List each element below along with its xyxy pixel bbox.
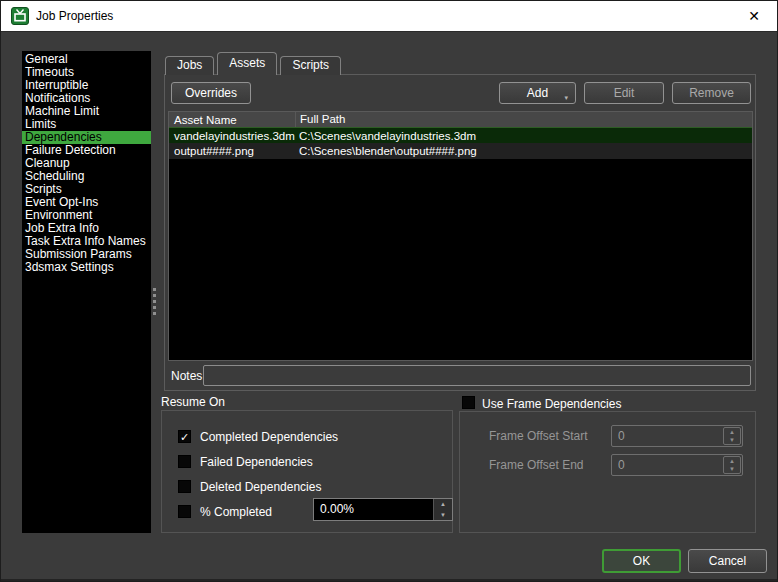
spin-down-icon[interactable]: ▼ [724, 436, 740, 444]
sidebar-item-3dsmax-settings[interactable]: 3dsmax Settings [22, 261, 151, 274]
deadline-logo-icon [11, 7, 29, 25]
overrides-button[interactable]: Overrides [171, 82, 251, 104]
close-button[interactable]: ✕ [731, 1, 777, 31]
spin-up-icon[interactable]: ▲ [724, 457, 740, 465]
percent-completed-spinner[interactable]: 0.00% ▲ ▼ [313, 498, 453, 521]
category-list: GeneralTimeoutsInterruptibleNotification… [22, 51, 151, 533]
completed-dependencies-checkbox[interactable]: ✓ [178, 430, 191, 443]
failed-dependencies-checkbox[interactable] [178, 455, 191, 468]
resume-option-completed-dependencies: ✓Completed Dependencies [178, 424, 452, 449]
frame-offset-end-spinner[interactable]: 0▲▼ [611, 454, 743, 476]
spin-down-icon[interactable]: ▼ [724, 465, 740, 473]
add-button[interactable]: Add ▾ [499, 82, 576, 104]
resume-on-group-title: Resume On [161, 395, 225, 409]
notes-input[interactable] [203, 365, 751, 386]
edit-button[interactable]: Edit [584, 82, 664, 104]
cancel-button[interactable]: Cancel [688, 549, 767, 573]
use-frame-dependencies-checkbox[interactable] [462, 396, 475, 409]
title-bar: Job Properties ✕ [1, 1, 777, 32]
full-path-cell: C:\Scenes\blender\output####.png [295, 145, 752, 157]
use-frame-dependencies-label: Use Frame Dependencies [482, 397, 621, 411]
tab-assets[interactable]: Assets [217, 52, 277, 75]
frame-offset-end-text: Frame Offset End [489, 458, 583, 472]
tab-jobs[interactable]: Jobs [165, 56, 214, 75]
notes-label: Notes [171, 369, 202, 383]
frame-offset-start-value: 0 [612, 426, 722, 446]
frame-offset-start-spin-buttons: ▲▼ [723, 427, 741, 445]
resume-option-failed-dependencies: Failed Dependencies [178, 449, 452, 474]
completed-dependencies-label: Completed Dependencies [200, 430, 338, 444]
window-title: Job Properties [36, 9, 113, 23]
ok-button[interactable]: OK [602, 549, 681, 573]
percent-completed-spin-buttons: ▲ ▼ [433, 499, 452, 520]
asset-name-cell: output####.png [169, 145, 295, 157]
splitter-handle[interactable] [153, 288, 157, 315]
failed-dependencies-label: Failed Dependencies [200, 455, 313, 469]
assets-table-header: Asset Name Full Path [169, 112, 752, 127]
column-header-asset-name[interactable]: Asset Name [169, 114, 295, 126]
frame-offset-start-text: Frame Offset Start [489, 429, 587, 443]
frame-offset-start-spinner[interactable]: 0▲▼ [611, 425, 743, 447]
completed-checkbox[interactable] [178, 505, 191, 518]
spin-up-icon[interactable]: ▲ [434, 499, 452, 510]
spin-down-icon[interactable]: ▼ [434, 510, 452, 521]
assets-table: Asset Name Full Path vandelayindustries.… [168, 111, 753, 361]
column-header-full-path[interactable]: Full Path [295, 112, 752, 127]
job-properties-dialog: Job Properties ✕ GeneralTimeoutsInterrup… [0, 0, 778, 582]
add-button-label: Add [527, 86, 548, 100]
tab-scripts[interactable]: Scripts [280, 56, 341, 75]
resume-option-deleted-dependencies: Deleted Dependencies [178, 474, 452, 499]
asset-name-cell: vandelayindustries.3dm [169, 130, 295, 142]
deleted-dependencies-label: Deleted Dependencies [200, 480, 321, 494]
tab-bar: JobsAssetsScripts [165, 53, 344, 75]
frame-offset-end-spin-buttons: ▲▼ [723, 456, 741, 474]
full-path-cell: C:\Scenes\vandelayindustries.3dm [295, 130, 752, 142]
percent-completed-value[interactable]: 0.00% [314, 499, 433, 520]
remove-button[interactable]: Remove [672, 82, 751, 104]
asset-row-output-png[interactable]: output####.pngC:\Scenes\blender\output##… [169, 143, 752, 159]
assets-table-body: vandelayindustries.3dmC:\Scenes\vandelay… [169, 127, 752, 159]
add-dropdown-arrow-icon[interactable]: ▾ [564, 94, 568, 102]
spin-up-icon[interactable]: ▲ [724, 428, 740, 436]
window-bottom-edge [1, 579, 777, 581]
completed-label: % Completed [200, 505, 272, 519]
frame-offset-end-label: Frame Offset End [489, 458, 583, 472]
asset-row-vandelayindustries-3dm[interactable]: vandelayindustries.3dmC:\Scenes\vandelay… [169, 127, 752, 143]
frame-offset-end-value: 0 [612, 455, 722, 475]
deleted-dependencies-checkbox[interactable] [178, 480, 191, 493]
frame-offset-start-label: Frame Offset Start [489, 429, 587, 443]
